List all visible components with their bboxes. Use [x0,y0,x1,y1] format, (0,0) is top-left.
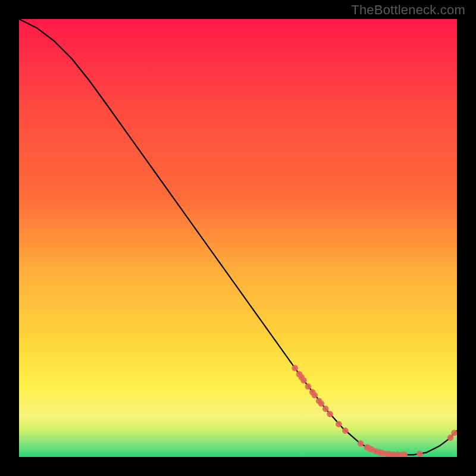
data-marker [318,400,325,407]
data-marker [327,411,333,418]
data-marker [358,440,364,447]
data-marker [322,406,329,412]
data-marker [292,365,298,371]
data-marker [342,428,349,434]
plot-area [19,19,457,457]
data-marker [336,421,342,428]
data-marker [300,377,307,384]
data-marker [305,383,311,390]
watermark-text: TheBottleneck.com [351,2,465,18]
data-marker [312,392,318,399]
data-marker [416,451,423,457]
gradient-bg [19,19,457,457]
chart-stage: TheBottleneck.com [0,0,476,476]
chart-svg [19,19,457,457]
